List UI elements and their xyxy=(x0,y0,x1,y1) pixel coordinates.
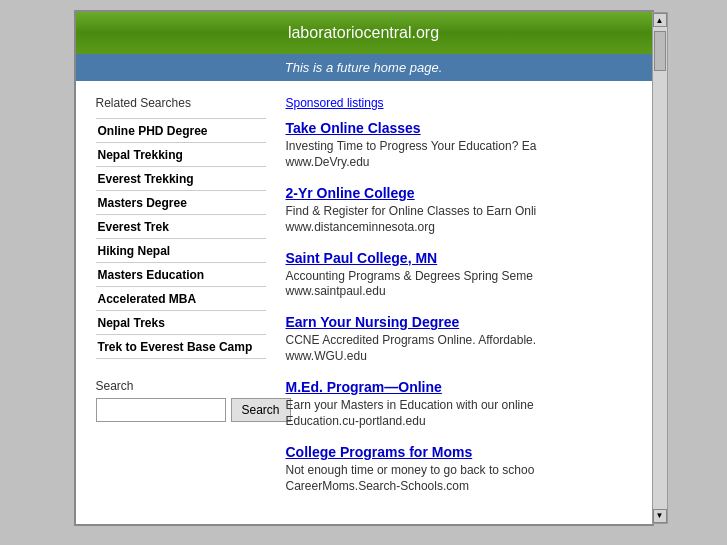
sponsored-label[interactable]: Sponsored listings xyxy=(286,96,632,110)
related-link[interactable]: Accelerated MBA xyxy=(98,292,197,306)
related-link-item: Nepal Treks xyxy=(96,311,266,335)
ad-url: www.saintpaul.edu xyxy=(286,284,632,298)
related-link[interactable]: Masters Education xyxy=(98,268,205,282)
ad-item: College Programs for MomsNot enough time… xyxy=(286,444,632,493)
related-link-item: Nepal Trekking xyxy=(96,143,266,167)
header-green: laboratoriocentral.org xyxy=(76,12,652,54)
ad-title[interactable]: 2-Yr Online College xyxy=(286,185,632,201)
ad-item: M.Ed. Program—OnlineEarn your Masters in… xyxy=(286,379,632,428)
ad-desc: Not enough time or money to go back to s… xyxy=(286,462,632,479)
left-column: Related Searches Online PHD DegreeNepal … xyxy=(96,96,266,509)
ad-title[interactable]: M.Ed. Program—Online xyxy=(286,379,632,395)
ad-url: www.DeVry.edu xyxy=(286,155,632,169)
related-link-item: Masters Degree xyxy=(96,191,266,215)
related-link-item: Everest Trek xyxy=(96,215,266,239)
related-link[interactable]: Online PHD Degree xyxy=(98,124,208,138)
related-searches-label: Related Searches xyxy=(96,96,266,110)
search-label: Search xyxy=(96,379,266,393)
scroll-down-arrow[interactable]: ▼ xyxy=(653,509,667,523)
scroll-thumb[interactable] xyxy=(654,31,666,71)
ad-item: Earn Your Nursing DegreeCCNE Accredited … xyxy=(286,314,632,363)
search-row: Search xyxy=(96,398,266,422)
related-link[interactable]: Nepal Treks xyxy=(98,316,165,330)
ad-title[interactable]: Take Online Classes xyxy=(286,120,632,136)
ad-item: Take Online ClassesInvesting Time to Pro… xyxy=(286,120,632,169)
related-link[interactable]: Everest Trek xyxy=(98,220,169,234)
related-link-item: Masters Education xyxy=(96,263,266,287)
ad-url: CareerMoms.Search-Schools.com xyxy=(286,479,632,493)
related-links-list: Online PHD DegreeNepal TrekkingEverest T… xyxy=(96,118,266,359)
ad-url: www.distanceminnesota.org xyxy=(286,220,632,234)
ad-url: www.WGU.edu xyxy=(286,349,632,363)
ad-item: 2-Yr Online CollegeFind & Register for O… xyxy=(286,185,632,234)
related-link[interactable]: Trek to Everest Base Camp xyxy=(98,340,253,354)
header-blue: This is a future home page. xyxy=(76,54,652,81)
related-link-item: Everest Trekking xyxy=(96,167,266,191)
ads-list: Take Online ClassesInvesting Time to Pro… xyxy=(286,120,632,493)
right-column: Sponsored listings Take Online ClassesIn… xyxy=(286,96,632,509)
related-link[interactable]: Everest Trekking xyxy=(98,172,194,186)
ad-title[interactable]: College Programs for Moms xyxy=(286,444,632,460)
ad-title[interactable]: Earn Your Nursing Degree xyxy=(286,314,632,330)
search-button[interactable]: Search xyxy=(231,398,291,422)
search-section: Search Search xyxy=(96,379,266,422)
ad-desc: Find & Register for Online Classes to Ea… xyxy=(286,203,632,220)
related-link[interactable]: Masters Degree xyxy=(98,196,187,210)
ad-desc: CCNE Accredited Programs Online. Afforda… xyxy=(286,332,632,349)
ad-desc: Investing Time to Progress Your Educatio… xyxy=(286,138,632,155)
ad-item: Saint Paul College, MNAccounting Program… xyxy=(286,250,632,299)
scrollbar[interactable]: ▲ ▼ xyxy=(652,12,668,524)
related-link-item: Accelerated MBA xyxy=(96,287,266,311)
ad-url: Education.cu-portland.edu xyxy=(286,414,632,428)
related-link[interactable]: Hiking Nepal xyxy=(98,244,171,258)
tagline: This is a future home page. xyxy=(285,60,443,75)
browser-frame: laboratoriocentral.org This is a future … xyxy=(74,10,654,526)
content-area: Related Searches Online PHD DegreeNepal … xyxy=(76,81,652,524)
related-link[interactable]: Nepal Trekking xyxy=(98,148,183,162)
search-input[interactable] xyxy=(96,398,226,422)
ad-desc: Accounting Programs & Degrees Spring Sem… xyxy=(286,268,632,285)
ad-title[interactable]: Saint Paul College, MN xyxy=(286,250,632,266)
related-link-item: Online PHD Degree xyxy=(96,119,266,143)
scroll-up-arrow[interactable]: ▲ xyxy=(653,13,667,27)
related-link-item: Trek to Everest Base Camp xyxy=(96,335,266,359)
domain-title: laboratoriocentral.org xyxy=(288,24,439,41)
ad-desc: Earn your Masters in Education with our … xyxy=(286,397,632,414)
related-link-item: Hiking Nepal xyxy=(96,239,266,263)
